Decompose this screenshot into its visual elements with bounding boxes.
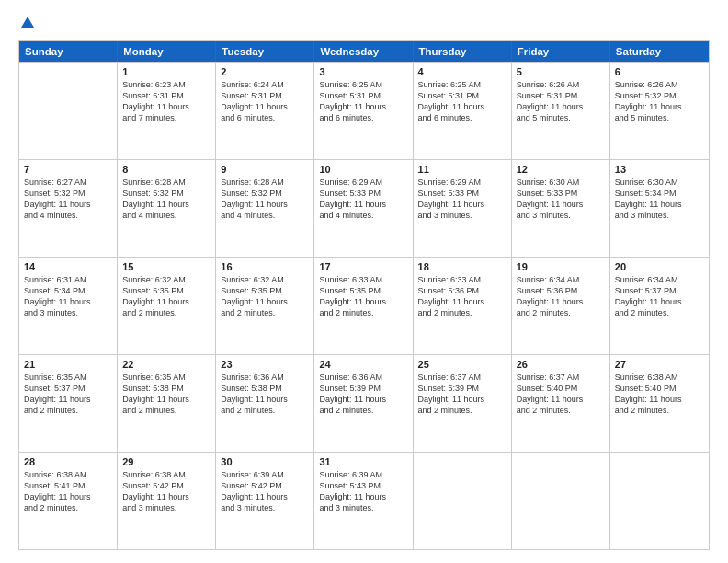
header-cell-thursday: Thursday: [414, 41, 512, 62]
day-number: 14: [24, 261, 112, 272]
day-number: 17: [319, 261, 407, 272]
cell-info-line: Sunset: 5:37 PM: [24, 383, 112, 394]
cell-info-line: Sunset: 5:42 PM: [221, 480, 309, 491]
cell-info-line: Daylight: 11 hours: [122, 101, 210, 112]
day-number: 30: [221, 456, 309, 467]
calendar-row-1: 7Sunrise: 6:27 AMSunset: 5:32 PMDaylight…: [19, 159, 709, 257]
cell-info-line: Sunrise: 6:28 AM: [122, 177, 210, 188]
calendar-cell: [414, 453, 512, 549]
cell-info-line: Sunset: 5:43 PM: [319, 480, 407, 491]
cell-info-line: Sunrise: 6:38 AM: [24, 469, 112, 480]
header-cell-saturday: Saturday: [610, 41, 709, 62]
calendar: SundayMondayTuesdayWednesdayThursdayFrid…: [18, 40, 710, 550]
cell-info-line: Sunset: 5:31 PM: [517, 90, 605, 101]
calendar-cell: 6Sunrise: 6:26 AMSunset: 5:32 PMDaylight…: [610, 63, 709, 159]
cell-info-line: Daylight: 11 hours: [517, 199, 605, 210]
day-number: 4: [418, 66, 506, 77]
day-number: 3: [319, 66, 407, 77]
day-number: 25: [418, 359, 506, 370]
cell-info-line: Sunrise: 6:33 AM: [319, 274, 407, 285]
cell-info-line: Sunrise: 6:34 AM: [517, 274, 605, 285]
day-number: 19: [517, 261, 605, 272]
calendar-row-4: 28Sunrise: 6:38 AMSunset: 5:41 PMDayligh…: [19, 452, 709, 549]
cell-info-line: and 2 minutes.: [418, 405, 506, 416]
cell-info-line: Sunrise: 6:32 AM: [221, 274, 309, 285]
cell-info-line: Sunset: 5:31 PM: [418, 90, 506, 101]
cell-info-line: and 2 minutes.: [517, 405, 605, 416]
calendar-cell: 17Sunrise: 6:33 AMSunset: 5:35 PMDayligh…: [314, 258, 413, 354]
calendar-row-3: 21Sunrise: 6:35 AMSunset: 5:37 PMDayligh…: [19, 354, 709, 452]
calendar-cell: 31Sunrise: 6:39 AMSunset: 5:43 PMDayligh…: [314, 453, 413, 549]
cell-info-line: Sunset: 5:34 PM: [24, 285, 112, 296]
cell-info-line: Daylight: 11 hours: [221, 101, 309, 112]
header-cell-tuesday: Tuesday: [216, 41, 314, 62]
cell-info-line: Sunset: 5:32 PM: [24, 188, 112, 199]
day-number: 2: [221, 66, 309, 77]
cell-info-line: and 4 minutes.: [221, 210, 309, 221]
cell-info-line: and 2 minutes.: [615, 405, 704, 416]
cell-info-line: Sunset: 5:31 PM: [221, 90, 309, 101]
cell-info-line: Daylight: 11 hours: [24, 199, 112, 210]
cell-info-line: Sunset: 5:42 PM: [122, 480, 210, 491]
cell-info-line: Sunrise: 6:38 AM: [122, 469, 210, 480]
cell-info-line: Sunrise: 6:24 AM: [221, 79, 309, 90]
cell-info-line: Sunset: 5:32 PM: [615, 90, 704, 101]
cell-info-line: Sunrise: 6:30 AM: [517, 177, 605, 188]
calendar-cell: [610, 453, 709, 549]
cell-info-line: Sunset: 5:31 PM: [122, 90, 210, 101]
cell-info-line: Daylight: 11 hours: [418, 199, 506, 210]
cell-info-line: Daylight: 11 hours: [615, 394, 704, 405]
day-number: 20: [615, 261, 704, 272]
day-number: 24: [319, 359, 407, 370]
cell-info-line: Daylight: 11 hours: [615, 199, 704, 210]
calendar-cell: 29Sunrise: 6:38 AMSunset: 5:42 PMDayligh…: [118, 453, 216, 549]
cell-info-line: Sunset: 5:33 PM: [517, 188, 605, 199]
calendar-body: 1Sunrise: 6:23 AMSunset: 5:31 PMDaylight…: [19, 62, 709, 549]
cell-info-line: Sunrise: 6:37 AM: [418, 372, 506, 383]
cell-info-line: Sunset: 5:32 PM: [221, 188, 309, 199]
cell-info-line: Sunrise: 6:38 AM: [615, 372, 704, 383]
cell-info-line: Daylight: 11 hours: [319, 296, 407, 307]
calendar-cell: 16Sunrise: 6:32 AMSunset: 5:35 PMDayligh…: [216, 258, 314, 354]
cell-info-line: Daylight: 11 hours: [517, 296, 605, 307]
header-cell-friday: Friday: [512, 41, 610, 62]
day-number: 12: [517, 164, 605, 175]
cell-info-line: Sunrise: 6:25 AM: [319, 79, 407, 90]
cell-info-line: Sunset: 5:35 PM: [319, 285, 407, 296]
day-number: 11: [418, 164, 506, 175]
cell-info-line: Sunrise: 6:32 AM: [122, 274, 210, 285]
header-cell-monday: Monday: [118, 41, 216, 62]
cell-info-line: and 6 minutes.: [319, 112, 407, 123]
day-number: 18: [418, 261, 506, 272]
cell-info-line: Sunset: 5:32 PM: [122, 188, 210, 199]
calendar-cell: 1Sunrise: 6:23 AMSunset: 5:31 PMDaylight…: [118, 63, 216, 159]
cell-info-line: and 2 minutes.: [122, 307, 210, 318]
cell-info-line: and 5 minutes.: [517, 112, 605, 123]
calendar-cell: 4Sunrise: 6:25 AMSunset: 5:31 PMDaylight…: [414, 63, 512, 159]
cell-info-line: and 4 minutes.: [122, 210, 210, 221]
header-cell-sunday: Sunday: [19, 41, 118, 62]
day-number: 1: [122, 66, 210, 77]
cell-info-line: and 2 minutes.: [615, 307, 704, 318]
calendar-cell: 14Sunrise: 6:31 AMSunset: 5:34 PMDayligh…: [19, 258, 118, 354]
day-number: 5: [517, 66, 605, 77]
cell-info-line: Sunrise: 6:27 AM: [24, 177, 112, 188]
day-number: 28: [24, 456, 112, 467]
cell-info-line: Daylight: 11 hours: [122, 296, 210, 307]
calendar-cell: 23Sunrise: 6:36 AMSunset: 5:38 PMDayligh…: [216, 355, 314, 452]
cell-info-line: Daylight: 11 hours: [418, 101, 506, 112]
cell-info-line: Daylight: 11 hours: [517, 101, 605, 112]
calendar-cell: 9Sunrise: 6:28 AMSunset: 5:32 PMDaylight…: [216, 160, 314, 257]
cell-info-line: Sunrise: 6:26 AM: [615, 79, 704, 90]
cell-info-line: Sunrise: 6:36 AM: [221, 372, 309, 383]
calendar-cell: 3Sunrise: 6:25 AMSunset: 5:31 PMDaylight…: [314, 63, 413, 159]
cell-info-line: Sunrise: 6:34 AM: [615, 274, 704, 285]
cell-info-line: Sunset: 5:41 PM: [24, 480, 112, 491]
cell-info-line: Daylight: 11 hours: [517, 394, 605, 405]
cell-info-line: Sunrise: 6:25 AM: [418, 79, 506, 90]
cell-info-line: and 6 minutes.: [418, 112, 506, 123]
cell-info-line: Daylight: 11 hours: [122, 394, 210, 405]
cell-info-line: Daylight: 11 hours: [24, 296, 112, 307]
calendar-cell: [19, 63, 118, 159]
cell-info-line: and 3 minutes.: [319, 502, 407, 513]
